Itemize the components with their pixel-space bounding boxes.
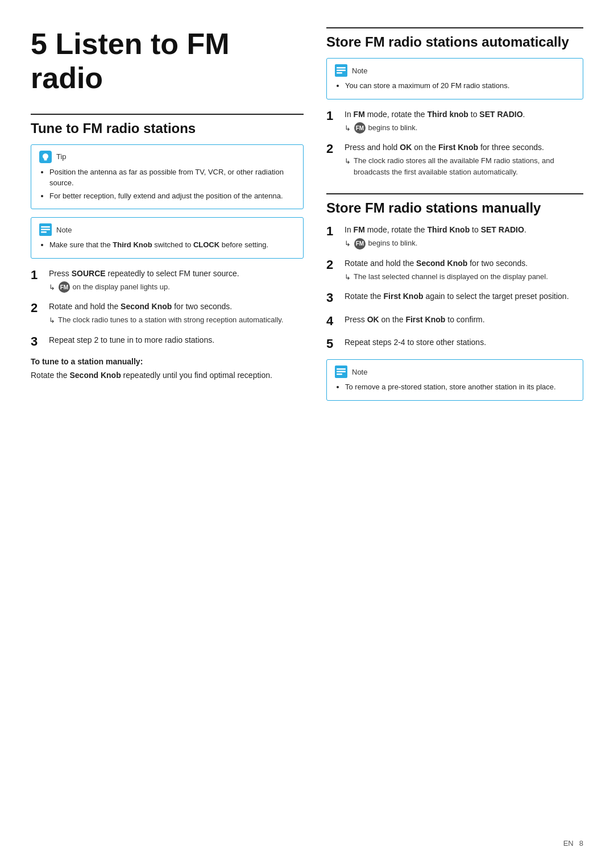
page: 5 Listen to FM radio Tune to FM radio st… <box>0 0 614 868</box>
tip-bullet-2: For better reception, fully extend and a… <box>49 190 295 202</box>
fm-badge-1: FM <box>59 281 70 293</box>
step-manual-3: 3 Rotate the First Knob again to select … <box>326 290 583 305</box>
note-box-auto: Note You can store a maximum of 20 FM ra… <box>326 58 583 99</box>
svg-rect-0 <box>44 160 47 160</box>
step-tune-1-sub: ↳ FM on the display panel lights up. <box>49 281 239 293</box>
page-footer: EN 8 <box>563 839 583 848</box>
note-icon-auto <box>335 64 347 77</box>
note-bullets-auto: You can store a maximum of 20 FM radio s… <box>335 80 575 92</box>
tip-bullets: Position the antenna as far as possible … <box>39 167 295 202</box>
note-icon-manual <box>335 366 347 378</box>
note-box-manual: Note To remove a pre-stored station, sto… <box>326 359 583 401</box>
step-manual-4: 4 Press OK on the First Knob to confirm. <box>326 314 583 329</box>
note-label-tune: Note <box>56 226 72 234</box>
page-number: 8 <box>579 839 583 848</box>
step-auto-1: 1 In FM mode, rotate the Third knob to S… <box>326 109 583 134</box>
svg-rect-6 <box>337 72 342 74</box>
note-bullet-auto-1: You can store a maximum of 20 FM radio s… <box>345 80 575 92</box>
step-tune-1: 1 Press SOURCE repeatedly to select FM t… <box>31 268 304 293</box>
step-manual-5: 5 Repeat steps 2-4 to store other statio… <box>326 337 583 351</box>
tip-box: Tip Position the antenna as far as possi… <box>31 144 304 210</box>
note-box-tune: Note Make sure that the Third Knob switc… <box>31 217 304 259</box>
note-header: Note <box>39 223 295 236</box>
note-label-manual: Note <box>352 368 367 376</box>
step-tune-2-sub: ↳ The clock radio tunes to a station wit… <box>49 314 283 326</box>
note-bullet-manual-1: To remove a pre-stored station, store an… <box>345 381 575 393</box>
step-tune-3: 3 Repeat step 2 to tune in to more radio… <box>31 334 304 349</box>
step-manual-1: 1 In FM mode, rotate the Third Knob to S… <box>326 224 583 250</box>
step-auto-2-sub: ↳ The clock radio stores all the availab… <box>345 155 583 177</box>
manual-section: To tune to a station manually: Rotate th… <box>31 357 304 381</box>
tip-header: Tip <box>39 151 295 163</box>
step-manual-1-sub: ↳ FM begins to blink. <box>345 238 526 250</box>
manual-text: Rotate the Second Knob repeatedly until … <box>31 369 304 381</box>
section-tune: Tune to FM radio stations Tip Position t… <box>31 114 304 381</box>
note-bullets-tune: Make sure that the Third Knob switched t… <box>39 239 295 251</box>
tip-icon <box>39 151 52 163</box>
note-bullets-manual: To remove a pre-stored station, store an… <box>335 381 575 393</box>
steps-auto: 1 In FM mode, rotate the Third knob to S… <box>326 109 583 178</box>
step-manual-2-sub: ↳ The last selected channel is displayed… <box>345 271 548 283</box>
section-auto-title: Store FM radio stations automatically <box>326 27 583 50</box>
page-lang: EN <box>563 839 574 848</box>
svg-rect-4 <box>337 67 346 69</box>
section-manual-title: Store FM radio stations manually <box>326 193 583 216</box>
section-manual: Store FM radio stations manually 1 In FM… <box>326 193 583 401</box>
svg-rect-8 <box>337 371 346 373</box>
svg-rect-1 <box>41 226 50 228</box>
step-tune-2: 2 Rotate and hold the Second Knob for tw… <box>31 301 304 326</box>
right-column: Store FM radio stations automatically No… <box>326 27 583 841</box>
chapter-title: 5 Listen to FM radio <box>31 27 304 95</box>
svg-rect-9 <box>337 373 342 375</box>
note-header-auto: Note <box>335 64 575 77</box>
note-label-auto: Note <box>352 67 367 75</box>
svg-rect-3 <box>41 231 47 233</box>
steps-tune: 1 Press SOURCE repeatedly to select FM t… <box>31 268 304 349</box>
fm-badge-auto-1: FM <box>354 122 366 134</box>
svg-rect-7 <box>337 368 346 370</box>
note-header-manual: Note <box>335 366 575 378</box>
manual-title: To tune to a station manually: <box>31 357 304 366</box>
note-bullet-tune-1: Make sure that the Third Knob switched t… <box>49 239 295 251</box>
tip-label: Tip <box>56 152 67 161</box>
step-auto-1-sub: ↳ FM begins to blink. <box>345 122 525 134</box>
section-tune-title: Tune to FM radio stations <box>31 114 304 136</box>
left-column: 5 Listen to FM radio Tune to FM radio st… <box>31 27 304 841</box>
svg-rect-5 <box>337 70 346 72</box>
note-icon <box>39 223 52 236</box>
steps-manual: 1 In FM mode, rotate the Third Knob to S… <box>326 224 583 351</box>
svg-rect-2 <box>41 229 50 231</box>
step-manual-2: 2 Rotate and hold the Second Knob for tw… <box>326 258 583 283</box>
step-auto-2: 2 Press and hold OK on the First Knob fo… <box>326 142 583 177</box>
fm-badge-manual-1: FM <box>354 238 366 250</box>
tip-bullet-1: Position the antenna as far as possible … <box>49 167 295 189</box>
section-auto: Store FM radio stations automatically No… <box>326 27 583 177</box>
